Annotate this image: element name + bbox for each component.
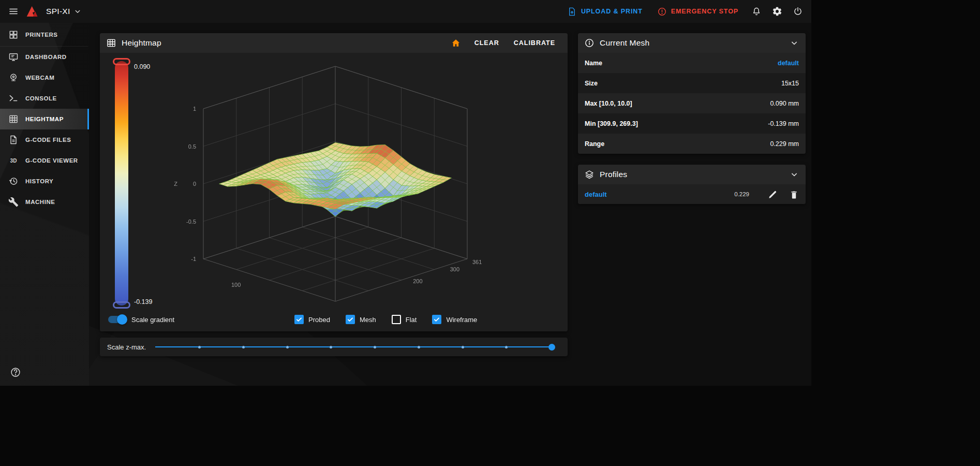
profiles-card: Profiles default0.229 — [578, 165, 806, 204]
calibrate-button[interactable]: CALIBRATE — [508, 35, 561, 51]
app-logo — [26, 5, 41, 18]
toggle-label: Flat — [406, 316, 417, 324]
heightmap-controls: Scale gradient ProbedMeshFlatWireframe — [108, 313, 559, 326]
menu-icon — [8, 6, 19, 17]
info-icon — [584, 38, 595, 48]
current-mesh-title: Current Mesh — [600, 38, 649, 48]
sidebar-item-dashboard[interactable]: DASHBOARD — [0, 47, 89, 67]
history-icon — [8, 176, 19, 186]
slider-thumb[interactable] — [548, 344, 555, 351]
home-icon — [451, 38, 461, 48]
delete-profile-button[interactable] — [789, 190, 799, 199]
edit-profile-button[interactable] — [768, 190, 778, 199]
console-icon — [8, 93, 19, 104]
heightmap-3d-canvas[interactable] — [141, 56, 519, 330]
table-icon — [8, 114, 19, 124]
checkbox-icon — [392, 315, 401, 324]
layers-icon — [584, 169, 595, 180]
mesh-info-table: NamedefaultSize15x15Max [10.0, 10.0]0.09… — [578, 53, 806, 154]
sidebar-item-label: MACHINE — [25, 199, 55, 205]
gradient-min-handle[interactable] — [113, 301, 130, 309]
sidebar-item-machine[interactable]: MACHINE — [0, 192, 89, 212]
mesh-info-row: Max [10.0, 10.0]0.090 mm — [578, 93, 806, 113]
mesh-info-row: Namedefault — [578, 53, 806, 73]
sidebar-item-label: G-CODE FILES — [25, 137, 71, 143]
display-toggles: ProbedMeshFlatWireframe — [294, 315, 477, 324]
notifications-button[interactable] — [746, 1, 767, 22]
sidebar-item-label: G-CODE VIEWER — [25, 157, 78, 164]
heightmap-actions: CLEAR CALIBRATE — [446, 35, 561, 51]
settings-icon — [772, 6, 782, 17]
help-button[interactable] — [5, 362, 26, 383]
sidebar-item-heightmap[interactable]: HEIGHTMAP — [0, 109, 89, 129]
heightmap-plot-area: 0.090 -0.139 Scale gradient ProbedMeshFl… — [100, 53, 568, 331]
sidebar-item-label: HISTORY — [25, 178, 53, 184]
gradient-bar — [115, 61, 128, 305]
slider-tick — [330, 346, 332, 348]
topbar-icon-buttons — [746, 1, 808, 22]
toggle-probed[interactable]: Probed — [294, 315, 330, 324]
gradient-max-handle[interactable] — [113, 58, 130, 65]
sidebar-item-gcode-viewer[interactable]: 3DG-CODE VIEWER — [0, 150, 89, 171]
heightmap-title: Heightmap — [122, 38, 161, 48]
grid-icon — [8, 30, 19, 40]
sidebar-item-printers[interactable]: PRINTERS — [0, 23, 89, 47]
printer-selector[interactable]: SPI-XI — [24, 1, 84, 22]
checkbox-icon — [294, 315, 304, 324]
grid-icon — [106, 38, 116, 48]
slider-tick — [462, 346, 464, 348]
collapse-chevron-icon[interactable] — [789, 169, 799, 180]
emergency-stop-button[interactable]: EMERGENCY STOP — [650, 2, 745, 21]
slider-tick — [374, 346, 376, 348]
power-button[interactable] — [788, 1, 808, 22]
mesh-info-row: Range0.229 mm — [578, 134, 806, 154]
sidebar-item-webcam[interactable]: WEBCAM — [0, 67, 89, 88]
settings-button[interactable] — [767, 1, 788, 22]
scale-z-card: Scale z-max. — [100, 338, 568, 356]
mesh-info-value: -0.139 mm — [768, 120, 799, 127]
cube-3d-icon: 3D — [8, 155, 19, 166]
emergency-stop-label: EMERGENCY STOP — [671, 8, 738, 15]
scale-gradient-label: Scale gradient — [131, 316, 174, 324]
upload-print-button[interactable]: UPLOAD & PRINT — [560, 2, 649, 21]
slider-tick — [242, 346, 245, 348]
profiles-list: default0.229 — [578, 184, 806, 204]
toggle-flat[interactable]: Flat — [392, 315, 417, 324]
sidebar-item-console[interactable]: CONSOLE — [0, 88, 89, 109]
app-window: SPI-XI UPLOAD & PRINT EMERGENCY STOP PRI… — [0, 0, 811, 386]
sidebar-item-label: CONSOLE — [25, 95, 57, 101]
heightmap-card-header: Heightmap CLEAR CALIBRATE — [100, 33, 568, 53]
help-icon — [10, 367, 21, 378]
mesh-info-label: Name — [585, 60, 602, 67]
current-mesh-header: Current Mesh — [578, 33, 806, 53]
file-icon — [8, 135, 19, 145]
profiles-title: Profiles — [600, 170, 627, 179]
scale-gradient-toggle[interactable]: Scale gradient — [108, 316, 174, 324]
bell-icon — [751, 6, 762, 17]
clear-button[interactable]: CLEAR — [468, 35, 506, 51]
profile-row: default0.229 — [578, 184, 806, 204]
sidebar-item-gcode-files[interactable]: G-CODE FILES — [0, 129, 89, 150]
sidebar-item-history[interactable]: HISTORY — [0, 171, 89, 192]
menu-button[interactable] — [3, 1, 24, 22]
mesh-info-row: Min [309.9, 269.3]-0.139 mm — [578, 113, 806, 134]
toggle-mesh[interactable]: Mesh — [346, 315, 376, 324]
collapse-chevron-icon[interactable] — [789, 38, 799, 48]
profile-name[interactable]: default — [585, 191, 607, 198]
toggle-label: Probed — [308, 316, 330, 324]
sidebar: PRINTERSDASHBOARDWEBCAMCONSOLEHEIGHTMAPG… — [0, 23, 89, 386]
sidebar-item-label: DASHBOARD — [25, 54, 67, 60]
file-upload-icon — [567, 7, 577, 17]
mesh-info-label: Max [10.0, 10.0] — [585, 100, 632, 107]
slider-tick — [198, 346, 201, 348]
toggle-wireframe[interactable]: Wireframe — [432, 315, 477, 324]
printer-name: SPI-XI — [46, 7, 70, 16]
scale-z-slider[interactable] — [155, 346, 554, 347]
main-content: Heightmap CLEAR CALIBRATE 0.090 -0.139 — [89, 23, 811, 386]
mesh-info-value: 0.090 mm — [770, 100, 799, 107]
heightmap-card: Heightmap CLEAR CALIBRATE 0.090 -0.139 — [100, 33, 568, 331]
slider-tick — [505, 346, 508, 348]
alert-circle-icon — [657, 7, 667, 17]
toggle-switch-icon — [108, 316, 126, 323]
home-button[interactable] — [446, 35, 466, 51]
